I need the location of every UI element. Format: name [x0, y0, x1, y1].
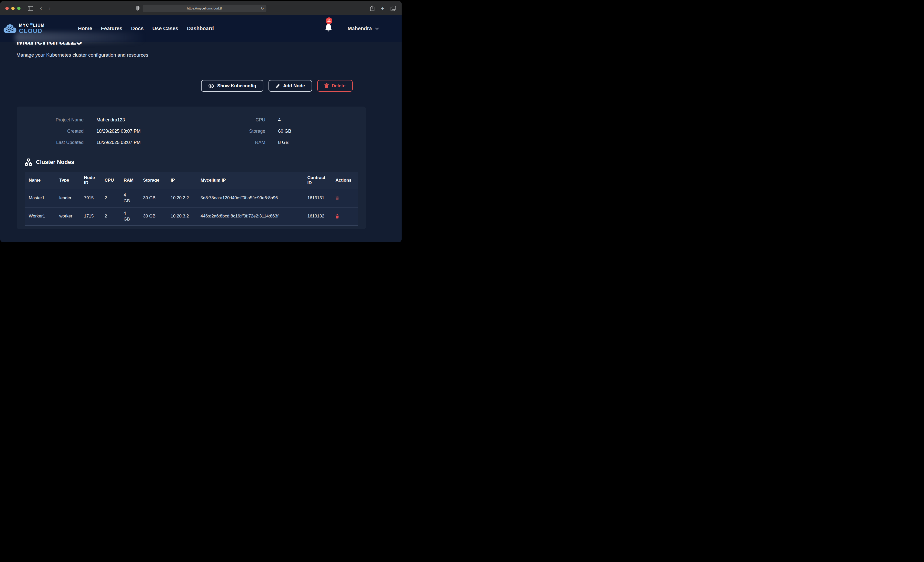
cell-cpu: 2 — [102, 207, 120, 226]
brand-name-top: MYCLIUM — [19, 23, 45, 27]
tab-overview-icon[interactable] — [391, 6, 396, 11]
bell-icon — [325, 24, 333, 32]
notification-count-badge: 11 — [326, 17, 332, 24]
last-updated-value: 10/29/2025 03:07 PM — [96, 140, 141, 145]
table-row: Worker1 worker 1715 2 4 GB 30 GB 10.20.3… — [25, 207, 358, 226]
site-header: MYCLIUM CLOUD Home Features Docs Use Cas… — [0, 15, 402, 42]
project-name-value: Mahendra123 — [96, 117, 125, 123]
col-name: Name — [25, 172, 56, 189]
privacy-shield-icon[interactable] — [136, 6, 140, 11]
info-label: CPU — [212, 117, 266, 123]
sidebar-toggle-icon[interactable] — [28, 6, 33, 11]
table-row: Master1 leader 7915 2 4 GB 30 GB 10.20.2… — [25, 189, 358, 208]
browser-toolbar: ‹ › https://myceliumcloud.tf ↻ + — [0, 1, 402, 15]
cell-storage: 30 GB — [140, 207, 168, 226]
cell-ram: 4 GB — [120, 189, 140, 208]
col-mycelium-ip: Mycelium IP — [198, 172, 304, 189]
col-ip: IP — [168, 172, 198, 189]
cell-name: Worker1 — [25, 207, 56, 226]
user-menu[interactable]: Mahendra — [348, 25, 379, 31]
page-title-clip: Mahendra123 — [16, 42, 402, 47]
nav-link-use-cases[interactable]: Use Cases — [152, 25, 178, 31]
cell-ip: 10.20.2.2 — [168, 189, 198, 208]
nav-link-home[interactable]: Home — [78, 25, 92, 31]
info-label: Last Updated — [25, 140, 84, 145]
cluster-info: Project NameMahendra123 Created10/29/202… — [25, 114, 358, 148]
nav-link-dashboard[interactable]: Dashboard — [187, 25, 214, 31]
cluster-details-card: Project NameMahendra123 Created10/29/202… — [16, 106, 366, 229]
col-type: Type — [56, 172, 81, 189]
cell-ram: 4 GB — [120, 207, 140, 226]
share-icon[interactable] — [370, 5, 375, 11]
storage-value: 60 GB — [278, 129, 291, 134]
cell-node-id: 7915 — [81, 189, 102, 208]
brand-name-bottom: CLOUD — [19, 28, 45, 34]
cluster-actions: Show Kubeconfig Add Node Delete — [0, 80, 352, 92]
delete-node-button[interactable] — [336, 214, 339, 218]
browser-window: ‹ › https://myceliumcloud.tf ↻ + — [0, 1, 402, 242]
cell-ip: 10.20.3.2 — [168, 207, 198, 226]
col-contract-id: Contract ID — [304, 172, 332, 189]
back-icon[interactable]: ‹ — [40, 5, 42, 12]
address-bar[interactable]: https://myceliumcloud.tf ↻ — [142, 4, 266, 12]
col-actions: Actions — [332, 172, 358, 189]
network-nodes-icon — [25, 158, 32, 166]
pencil-icon — [276, 84, 280, 88]
info-label: RAM — [212, 140, 266, 145]
user-name: Mahendra — [348, 25, 372, 31]
show-kubeconfig-button[interactable]: Show Kubeconfig — [201, 80, 263, 92]
cell-contract-id: 1613131 — [304, 189, 332, 208]
cell-type: worker — [56, 207, 81, 226]
page-title: Mahendra123 — [16, 42, 402, 47]
created-value: 10/29/2025 03:07 PM — [96, 129, 141, 134]
info-label: Project Name — [25, 117, 84, 123]
cell-mycelium-ip: 446:d2a6:8bcd:8c16:ff0f:72e2:3114:863f — [198, 207, 304, 226]
ram-value: 8 GB — [278, 140, 289, 145]
cell-type: leader — [56, 189, 81, 208]
cell-contract-id: 1613132 — [304, 207, 332, 226]
nav-link-features[interactable]: Features — [101, 25, 122, 31]
cell-mycelium-ip: 5d8:78ea:a120:f40c:ff0f:a5fe:99e6:8b96 — [198, 189, 304, 208]
cluster-nodes-heading: Cluster Nodes — [25, 158, 358, 166]
chevron-down-icon — [375, 27, 379, 30]
delete-node-button[interactable] — [336, 196, 339, 200]
cpu-value: 4 — [278, 117, 281, 123]
reload-icon[interactable]: ↻ — [261, 6, 264, 11]
brand-logo[interactable]: MYCLIUM CLOUD — [3, 23, 45, 34]
table-header-row: Name Type Node ID CPU RAM Storage IP Myc… — [25, 172, 358, 189]
zoom-window-button[interactable] — [17, 7, 21, 10]
cell-storage: 30 GB — [140, 189, 168, 208]
col-cpu: CPU — [102, 172, 120, 189]
trash-icon — [324, 83, 329, 88]
eye-icon — [208, 84, 214, 88]
logo-e-bars-icon — [30, 23, 33, 27]
close-window-button[interactable] — [5, 7, 9, 10]
mycelium-cloud-logo-icon — [3, 24, 16, 34]
url-text: https://myceliumcloud.tf — [187, 6, 222, 10]
col-node-id: Node ID — [81, 172, 102, 189]
cluster-nodes-table: Name Type Node ID CPU RAM Storage IP Myc… — [25, 172, 358, 226]
add-node-button[interactable]: Add Node — [268, 80, 312, 92]
page-subtitle: Manage your Kubernetes cluster configura… — [16, 52, 402, 58]
info-label: Created — [25, 129, 84, 134]
cell-name: Master1 — [25, 189, 56, 208]
cell-cpu: 2 — [102, 189, 120, 208]
info-label: Storage — [212, 129, 266, 134]
forward-icon[interactable]: › — [48, 5, 50, 12]
col-ram: RAM — [120, 172, 140, 189]
col-storage: Storage — [140, 172, 168, 189]
cell-node-id: 1715 — [81, 207, 102, 226]
main-nav: Home Features Docs Use Cases Dashboard — [78, 25, 214, 31]
new-tab-button[interactable]: + — [381, 5, 384, 12]
delete-cluster-button[interactable]: Delete — [317, 80, 352, 92]
notifications-button[interactable]: 11 — [325, 24, 333, 34]
traffic-lights — [5, 7, 21, 10]
nav-link-docs[interactable]: Docs — [131, 25, 144, 31]
minimize-window-button[interactable] — [11, 7, 15, 10]
